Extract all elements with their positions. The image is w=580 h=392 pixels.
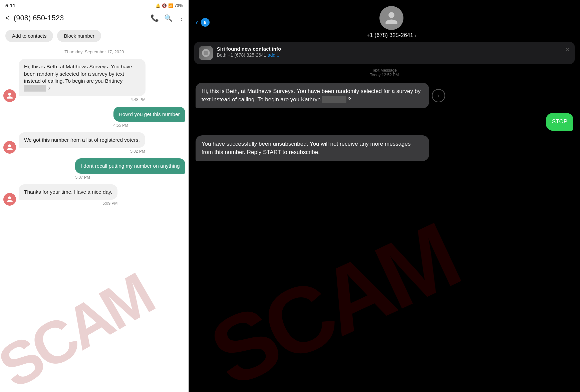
contact-info-center: +1 (678) 325-2641 ›: [210, 6, 573, 39]
message-bubble: I dont recall putting my number on anyth…: [75, 158, 185, 174]
add-to-contacts-button[interactable]: Add to contacts: [5, 30, 53, 42]
message-time: 4:55 PM: [113, 123, 128, 128]
messages-area: Hi, this is Beth, at Matthews Surveys. Y…: [0, 59, 189, 392]
sender-avatar: [3, 193, 16, 206]
message-bubble: Hi, this is Beth, at Matthews Surveys. Y…: [19, 59, 146, 96]
message-bubble-wrap: We got this number from a list of regist…: [19, 132, 145, 154]
right-panel: ‹ 5 +1 (678) 325-2641 › Siri found new c…: [189, 0, 580, 392]
iphone-header: ‹ 5 +1 (678) 325-2641 ›: [189, 0, 580, 42]
imsg-bubble: Hi, this is Beth, at Matthews Surveys. Y…: [196, 83, 429, 108]
imsg-bubble: STOP: [546, 113, 573, 131]
iphone-back-button[interactable]: ‹ 5: [196, 18, 210, 27]
contact-avatar-large: [379, 6, 403, 30]
forward-arrow-button[interactable]: ›: [432, 89, 445, 102]
status-time: 5:11: [5, 3, 15, 8]
header-icons: 📞 🔍 ⋮: [151, 14, 185, 22]
iphone-messages-area: Hi, this is Beth, at Matthews Surveys. Y…: [189, 79, 580, 392]
more-options-icon[interactable]: ⋮: [178, 14, 185, 22]
mute-icon: 🔇: [162, 3, 167, 8]
table-row: You have successfully been unsubscribed.…: [196, 135, 573, 161]
table-row: STOP: [196, 113, 573, 131]
message-time: 5:09 PM: [19, 201, 117, 206]
svg-point-1: [204, 51, 208, 55]
siri-text: Siri found new contact info Beth +1 (678…: [217, 46, 561, 58]
left-panel: 5:11 🔔 🔇 📶 73% < (908) 650-1523 📞 🔍 ⋮ Ad…: [0, 0, 189, 392]
message-bubble: We got this number from a list of regist…: [19, 132, 145, 148]
date-divider: Thursday, September 17, 2020: [0, 46, 189, 59]
table-row: Hi, this is Beth, at Matthews Surveys. Y…: [3, 59, 185, 102]
siri-icon: [199, 46, 213, 60]
siri-contact-number: +1 (678) 325-2641: [228, 52, 266, 58]
call-icon[interactable]: 📞: [151, 14, 159, 22]
chevron-right-icon: ›: [415, 33, 416, 38]
message-header: < (908) 650-1523 📞 🔍 ⋮: [0, 10, 189, 26]
table-row: How'd you get this number 4:55 PM: [3, 107, 185, 128]
search-icon[interactable]: 🔍: [164, 14, 173, 22]
message-time-label: Today 12:52 PM: [189, 73, 580, 77]
contact-phone-number[interactable]: +1 (678) 325-2641 ›: [366, 32, 416, 39]
message-bubble-wrap: Thanks for your time. Have a nice day. 5…: [19, 184, 117, 206]
message-bubble: How'd you get this number: [113, 107, 185, 122]
siri-contact-prefix: Beth: [217, 52, 228, 58]
status-bar: 5:11 🔔 🔇 📶 73%: [0, 0, 189, 10]
sender-avatar: [3, 141, 16, 154]
message-time: 5:02 PM: [19, 149, 145, 154]
contact-number: (908) 650-1523: [14, 14, 148, 22]
message-count-badge: 5: [201, 18, 210, 27]
wifi-icon: 📶: [168, 3, 173, 8]
siri-title: Siri found new contact info: [217, 46, 561, 52]
siri-contact-banner: Siri found new contact info Beth +1 (678…: [194, 42, 575, 64]
block-number-button[interactable]: Block number: [57, 30, 101, 42]
imsg-bubble: You have successfully been unsubscribed.…: [196, 135, 429, 161]
table-row: I dont recall putting my number on anyth…: [3, 158, 185, 180]
message-type-label: Text Message: [189, 68, 580, 73]
siri-subtitle: Beth +1 (678) 325-2641 add...: [217, 52, 561, 58]
action-buttons: Add to contacts Block number: [0, 26, 189, 46]
message-bubble-wrap: I dont recall putting my number on anyth…: [75, 158, 185, 180]
message-bubble: Thanks for your time. Have a nice day.: [19, 184, 117, 200]
message-date-label: Text Message Today 12:52 PM: [189, 66, 580, 79]
alarm-icon: 🔔: [156, 3, 161, 8]
table-row: We got this number from a list of regist…: [3, 132, 185, 154]
battery-level: 73%: [175, 3, 183, 8]
back-button[interactable]: <: [4, 12, 11, 24]
message-bubble-wrap: Hi, this is Beth, at Matthews Surveys. Y…: [19, 59, 146, 102]
status-icons: 🔔 🔇 📶 73%: [156, 3, 183, 8]
message-time: 4:48 PM: [19, 97, 146, 102]
message-time: 5:07 PM: [75, 175, 90, 180]
message-bubble-wrap: How'd you get this number 4:55 PM: [113, 107, 185, 128]
sender-avatar: [3, 89, 16, 102]
siri-add-link[interactable]: add...: [268, 52, 279, 58]
table-row: Thanks for your time. Have a nice day. 5…: [3, 184, 185, 206]
table-row: Hi, this is Beth, at Matthews Surveys. Y…: [196, 83, 573, 108]
siri-close-button[interactable]: ✕: [565, 46, 570, 53]
chevron-left-icon: ‹: [196, 18, 198, 27]
